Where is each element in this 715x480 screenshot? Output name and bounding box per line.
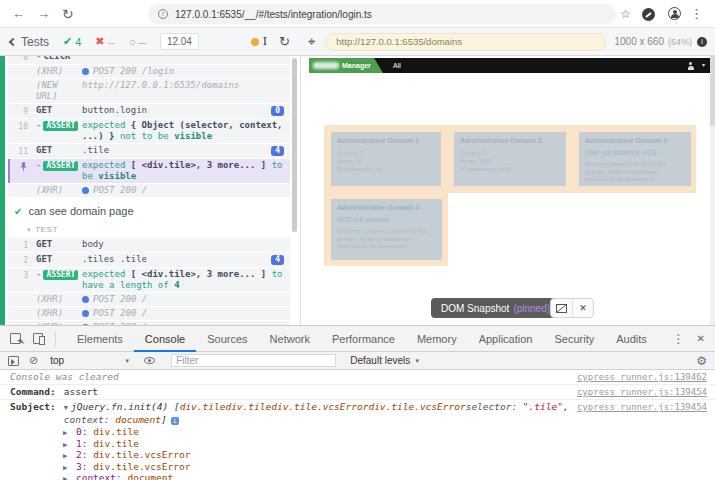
assert-actual: 4 [174,280,179,290]
highlight-box-icon [556,304,567,313]
domain-tile[interactable]: Administrative Domain 1 Groups: 3 Hosts:… [331,132,441,186]
console-sidebar-icon[interactable] [8,356,19,366]
console-settings-gear-icon[interactable]: ⚙ [696,354,707,368]
source-link[interactable]: cypress_runner.js:139454 [577,386,707,398]
object-preview[interactable]: ▼jQuery.fn.init(4) [div.tilediv.tilediv.… [64,401,577,426]
aut-logo[interactable]: Manager [309,58,383,73]
inspect-element-icon[interactable] [10,333,21,344]
caret-down-icon[interactable]: ▼ [64,404,68,412]
tab-security[interactable]: Security [543,326,605,352]
domain-tile[interactable]: Administrative Domain 4 VCS not created … [331,199,442,260]
bracket: ] [161,414,167,425]
tab-audits[interactable]: Audits [605,326,658,352]
command-message: POST 200 / [82,185,286,196]
aut-url-pill[interactable]: http://127.0.0.1:6535/domains [325,33,606,51]
expand-arrow-icon[interactable]: ▶ [63,441,67,449]
device-toolbar-icon[interactable] [33,333,43,344]
expand-arrow-icon[interactable]: ▶ [63,452,67,460]
clear-console-icon[interactable]: ⊘ [29,354,38,367]
test-name[interactable]: can see domain page [28,205,133,217]
nav-item-all[interactable]: All [393,58,401,73]
viewport-info-icon[interactable]: i [697,37,707,47]
tab-console[interactable]: Console [134,326,196,352]
info-badge-icon[interactable]: i [171,417,179,425]
tab-elements[interactable]: Elements [66,326,134,352]
pinned-command-row[interactable]: -ASSERT expected [ <div.tile>, 3 more...… [8,159,290,183]
node-value: div.tile [93,426,139,437]
caret-down-icon[interactable]: ▾ [702,58,705,73]
tab-network[interactable]: Network [259,326,321,352]
command-row[interactable]: (NEW URL) http://127.0.0.1:6535/domains [8,79,290,103]
domain-tile[interactable]: Administrative Domain 2 Groups: 1 Hosts:… [454,132,566,186]
command-row[interactable]: 1 GET body [8,238,290,252]
source-link[interactable]: cypress_runner.js:139462 [577,371,707,383]
test-duration: 12.04 [160,33,199,50]
child-command-dash: - [36,120,41,130]
property-key: 0: [76,426,87,437]
toggle-highlights-button[interactable] [551,299,572,317]
browser-menu-icon[interactable]: ⋮ [690,0,703,28]
assert-text: not to be [120,131,169,141]
profile-icon[interactable] [668,7,681,20]
command-row[interactable]: 9 GET button.login 0 [8,104,290,118]
tab-performance[interactable]: Performance [321,326,406,352]
test-title[interactable]: ✔ can see domain page [8,198,290,222]
command-row[interactable]: 3 -ASSERT expected [ <div.tile>, 3 more.… [8,268,290,292]
command-value: assert [64,386,98,398]
console-messages: Console was cleared cypress_runner.js:13… [0,370,715,480]
reporter-scrollbar[interactable] [292,58,297,232]
command-row[interactable]: 2 GET .tiles .tile 4 [8,253,290,267]
command-log: 8 -CLICK (XHR) POST 200 /login (NEW URL)… [0,56,300,325]
tab-sources[interactable]: Sources [196,326,258,352]
test-section-header[interactable]: ▾ TEST [8,222,290,238]
aut-scrollbar-thumb[interactable] [710,56,715,126]
tab-application[interactable]: Application [468,326,544,352]
command-row[interactable]: 10 -ASSERT expected { Object (selector, … [8,119,290,143]
browser-reload-icon[interactable]: ↻ [62,0,74,28]
tree-row[interactable]: ▶ context: document [63,473,715,480]
live-expression-eye-icon[interactable] [144,357,155,364]
new-url-label: (NEW URL) [28,80,82,102]
browser-toolbar: ← → ↻ i 127.0.0.1:6535/__/#/tests/integr… [0,0,715,28]
devtools-menu-icon[interactable]: ⋮ [673,332,685,346]
page-info-icon[interactable]: i [158,9,168,19]
selector-playground-icon[interactable]: ⌖ [308,34,315,50]
browser-forward-icon[interactable]: → [37,0,50,28]
context-selector[interactable]: top ▼ [50,355,130,366]
devtools-close-icon[interactable]: ✕ [697,333,705,344]
aut-url[interactable]: http://127.0.0.1:6535/domains [336,36,462,47]
restart-tests-icon[interactable]: ↻ [279,34,290,49]
assert-message: expected [ <div.tile>, 3 more... ] to be… [82,160,286,182]
extension-icon[interactable] [642,8,655,21]
command-row[interactable]: (XHR) POST 200 /login [8,65,290,78]
tests-back-button[interactable]: Tests [21,35,49,49]
aut-frame: Manager All ▾ Administrative Domain 1 Gr… [300,56,715,325]
assert-text: expected [82,160,125,170]
command-row[interactable]: (XHR) POST 200 / [8,184,290,197]
child-command-dash: - [36,269,41,279]
expand-arrow-icon[interactable]: ▶ [63,429,67,437]
domain-tile[interactable]: Administrative Domain 3 User not added t… [579,132,691,186]
command-row[interactable]: 11 GET .tile 4 [8,144,290,158]
command-row[interactable]: 8 -CLICK [8,56,290,64]
user-icon[interactable] [687,62,694,70]
aut-scrollbar[interactable] [710,56,715,325]
tab-memory[interactable]: Memory [406,326,468,352]
omnibox[interactable]: i 127.0.0.1:6535/__/#/tests/integration/… [148,4,616,24]
source-link[interactable]: cypress_runner.js:139454 [577,401,707,413]
child-command-dash: - [36,56,41,61]
tree-row[interactable]: ▶ 0: div.tile [63,427,715,439]
property-key: context: [64,414,115,425]
console-filter-input[interactable] [171,354,336,367]
command-row[interactable]: (XHR) POST 200 / [8,293,290,306]
expand-arrow-icon[interactable]: ▶ [63,475,67,480]
bookmark-star-icon[interactable]: ☆ [620,7,631,21]
command-row[interactable]: (XHR) POST 200 / [8,307,290,320]
unpin-snapshot-button[interactable]: ✕ [572,299,593,317]
expand-arrow-icon[interactable]: ▶ [63,464,67,472]
log-levels-selector[interactable]: Default levels ▼ [350,355,420,366]
omnibox-url[interactable]: 127.0.0.1:6535/__/#/tests/integration/lo… [175,9,372,20]
browser-back-icon[interactable]: ← [12,0,25,28]
autoscroll-dot-icon[interactable] [251,38,259,46]
check-icon: ✔ [63,35,72,48]
